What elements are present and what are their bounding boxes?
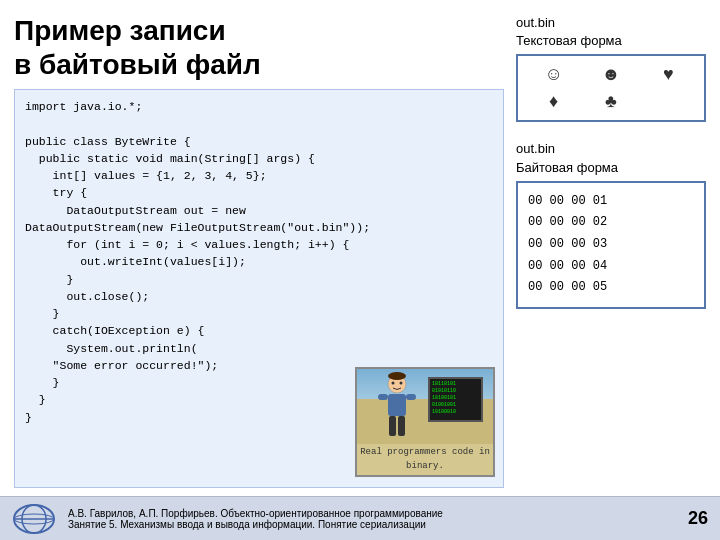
symbol-4: ♦ (549, 91, 558, 112)
slide-number: 26 (688, 508, 708, 529)
svg-point-7 (400, 382, 403, 385)
slide-title: Пример записи в байтовый файл (14, 14, 504, 81)
svg-rect-2 (389, 416, 396, 436)
footer: А.В. Гаврилов, А.П. Порфирьев. Объектно-… (0, 496, 720, 540)
byte-row-4: 00 00 00 04 (528, 256, 694, 278)
svg-rect-3 (398, 416, 405, 436)
cartoon-image: 10110101 01010110 10100101 01001001 1010… (355, 367, 495, 477)
main-content: Пример записи в байтовый файл import jav… (0, 0, 720, 488)
symbol-2: ☻ (602, 64, 621, 85)
text-form-filename: out.bin (516, 15, 555, 30)
screen-text: 10110101 01010110 10100101 01001001 1010… (432, 381, 479, 416)
svg-point-8 (388, 372, 406, 380)
svg-rect-5 (406, 394, 416, 400)
text-form-panel: out.bin Текстовая форма ☺ ☻ ♥ ♦ ♣ (516, 14, 706, 122)
svg-rect-1 (388, 394, 406, 416)
svg-point-6 (392, 382, 395, 385)
symbol-5: ♣ (605, 91, 617, 112)
title-line1: Пример записи (14, 15, 226, 46)
byte-row-5: 00 00 00 05 (528, 277, 694, 299)
byte-row-3: 00 00 00 03 (528, 234, 694, 256)
slide: Пример записи в байтовый файл import jav… (0, 0, 720, 540)
right-panel: out.bin Текстовая форма ☺ ☻ ♥ ♦ ♣ out.bi… (516, 14, 706, 488)
byte-form-description: Байтовая форма (516, 160, 618, 175)
binary-screen: 10110101 01010110 10100101 01001001 1010… (428, 377, 483, 422)
code-block: import java.io.*; public class ByteWrite… (14, 89, 504, 488)
person-icon (372, 372, 422, 444)
byte-form-panel: out.bin Байтовая форма 00 00 00 01 00 00… (516, 140, 706, 308)
symbol-3: ♥ (663, 64, 674, 85)
svg-rect-4 (378, 394, 388, 400)
footer-text-block: А.В. Гаврилов, А.П. Порфирьев. Объектно-… (68, 508, 676, 530)
title-line2: в байтовый файл (14, 49, 261, 80)
byte-row-2: 00 00 00 02 (528, 212, 694, 234)
byte-form-filename: out.bin (516, 141, 555, 156)
left-panel: Пример записи в байтовый файл import jav… (14, 14, 504, 488)
text-form-label: out.bin Текстовая форма (516, 14, 706, 50)
footer-author: А.В. Гаврилов, А.П. Порфирьев. Объектно-… (68, 508, 676, 519)
footer-logo (12, 503, 56, 535)
cartoon-drawing: 10110101 01010110 10100101 01001001 1010… (357, 369, 493, 444)
byte-form-box: 00 00 00 01 00 00 00 02 00 00 00 03 00 0… (516, 181, 706, 309)
byte-row-1: 00 00 00 01 (528, 191, 694, 213)
symbol-1: ☺ (544, 64, 562, 85)
byte-form-label: out.bin Байтовая форма (516, 140, 706, 176)
footer-course: Занятие 5. Механизмы ввода и вывода инфо… (68, 519, 676, 530)
image-caption: Real programmers code in binary. (357, 444, 493, 475)
text-form-box: ☺ ☻ ♥ ♦ ♣ (516, 54, 706, 122)
text-form-description: Текстовая форма (516, 33, 622, 48)
